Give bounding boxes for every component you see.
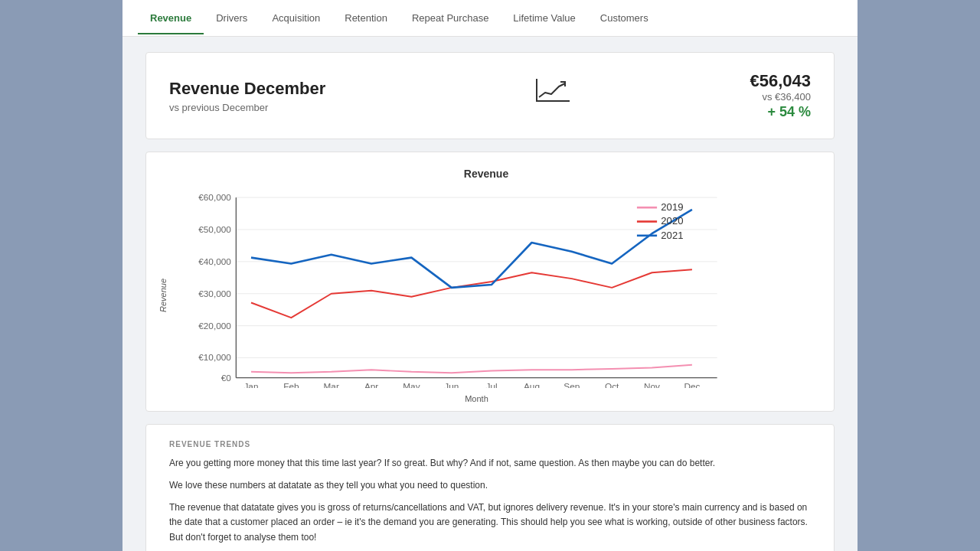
chart-title: Revenue (154, 168, 818, 180)
svg-text:May: May (403, 381, 420, 387)
svg-text:€10,000: €10,000 (198, 352, 231, 362)
summary-title-block: Revenue December vs previous December (169, 79, 325, 113)
compare-value: vs €36,400 (750, 91, 811, 103)
svg-rect-1 (536, 79, 537, 102)
svg-text:€60,000: €60,000 (198, 192, 231, 202)
summary-subtitle: vs previous December (169, 102, 325, 113)
svg-text:Nov: Nov (644, 381, 660, 387)
revenue-chart-card: Revenue Revenue €60,000 (145, 152, 835, 412)
text-para-1: Are you getting more money that this tim… (169, 456, 811, 471)
svg-text:Jul: Jul (486, 381, 498, 387)
revenue-chart-svg: €60,000 €50,000 €40,000 €30,000 €20,000 … (196, 187, 757, 388)
section-label: REVENUE TRENDS (169, 440, 811, 448)
y-axis-label: Revenue (158, 279, 168, 312)
svg-text:2019: 2019 (661, 201, 683, 213)
svg-text:Apr: Apr (364, 381, 378, 387)
x-axis-label: Month (196, 394, 757, 403)
main-revenue-value: €56,043 (750, 71, 811, 91)
nav-bar: Revenue Drivers Acquisition Retention Re… (122, 0, 858, 37)
svg-text:Feb: Feb (283, 381, 299, 387)
svg-text:Dec: Dec (684, 381, 700, 387)
text-para-2: We love these numbers at datatate as the… (169, 478, 811, 493)
svg-text:€30,000: €30,000 (198, 289, 231, 298)
nav-customers[interactable]: Customers (588, 2, 661, 34)
svg-text:Jan: Jan (244, 381, 259, 387)
trend-up-icon (534, 77, 571, 115)
summary-metrics: €56,043 vs €36,400 + 54 % (750, 71, 811, 120)
nav-acquisition[interactable]: Acquisition (260, 2, 332, 34)
nav-drivers[interactable]: Drivers (204, 2, 260, 34)
growth-badge: + 54 % (750, 104, 811, 120)
svg-text:€50,000: €50,000 (198, 224, 231, 234)
text-para-3: The revenue that datatate gives you is g… (169, 500, 811, 545)
svg-text:Aug: Aug (524, 381, 540, 387)
text-section: REVENUE TRENDS Are you getting more mone… (145, 424, 835, 551)
svg-text:€20,000: €20,000 (198, 321, 231, 331)
summary-card: Revenue December vs previous December €5… (145, 52, 835, 139)
svg-text:Sep: Sep (564, 381, 580, 387)
svg-text:€0: €0 (221, 373, 232, 383)
svg-text:2021: 2021 (661, 230, 683, 241)
svg-text:Oct: Oct (605, 381, 619, 387)
page-title: Revenue December (169, 79, 325, 99)
nav-lifetime-value[interactable]: Lifetime Value (501, 2, 587, 34)
svg-text:€40,000: €40,000 (198, 256, 231, 266)
nav-retention[interactable]: Retention (332, 2, 400, 34)
svg-text:Jun: Jun (444, 381, 459, 387)
svg-text:Mar: Mar (324, 381, 339, 387)
svg-text:2020: 2020 (661, 215, 683, 227)
svg-rect-0 (536, 100, 570, 102)
nav-revenue[interactable]: Revenue (138, 2, 204, 34)
nav-repeat-purchase[interactable]: Repeat Purchase (400, 2, 501, 34)
